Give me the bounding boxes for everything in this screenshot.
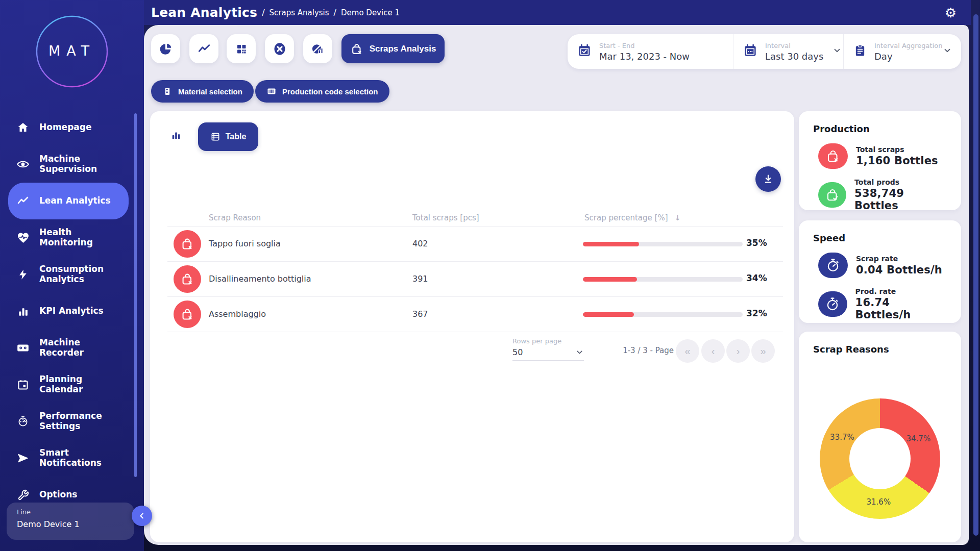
- scrap-rate-value: 0.04 Bottles/h: [856, 264, 942, 276]
- donut-slice-label: 34.7%: [906, 434, 931, 443]
- scraps-table-card: Table Scrap Reason Total scraps [pcs] Sc…: [150, 111, 794, 542]
- sidebar-item-lean-analytics[interactable]: Lean Analytics: [8, 183, 129, 219]
- trend-view-button[interactable]: [189, 34, 218, 63]
- sidebar-scrollbar-thumb[interactable]: [134, 113, 137, 477]
- previous-page-button[interactable]: ‹: [701, 339, 725, 363]
- start-end-value: Mar 13, 2023 - Now: [599, 51, 690, 62]
- bag-x-icon: [174, 265, 201, 293]
- bar-chart-icon: [15, 306, 31, 317]
- total-scraps-stat: Total scraps 1,160 Bottles: [818, 143, 947, 169]
- interval-aggregation-label: Interval Aggregation: [874, 42, 943, 49]
- total-scraps-cell: 402: [412, 239, 428, 248]
- scrap-reasons-card: Scrap Reasons 34.7% 31.6% 33.7%: [799, 332, 961, 542]
- sidebar-item-smart-notifications[interactable]: Smart Notifications: [8, 440, 129, 477]
- column-header-total-scraps[interactable]: Total scraps [pcs]: [412, 213, 479, 222]
- download-button[interactable]: [755, 166, 781, 192]
- scrap-percentage-bar: [583, 312, 743, 317]
- wrench-icon: [15, 489, 31, 501]
- settings-gear-icon[interactable]: ⚙: [945, 6, 957, 19]
- sort-descending-icon: ↓: [674, 213, 681, 222]
- heart-pulse-icon: [15, 232, 31, 244]
- table-view-toggle[interactable]: Table: [198, 122, 258, 151]
- sidebar-item-homepage[interactable]: Homepage: [8, 109, 129, 146]
- sidebar-item-health-monitoring[interactable]: Health Monitoring: [8, 219, 129, 256]
- gauge-slash-view-button[interactable]: [303, 34, 332, 63]
- bag-x-icon: [174, 230, 201, 258]
- scrap-percentage-cell: 35%: [746, 238, 777, 248]
- first-page-icon: «: [684, 345, 690, 357]
- interval-value: Last 30 days: [765, 51, 823, 62]
- scrap-reason-cell: Disallineamento bottiglia: [209, 274, 311, 284]
- total-scraps-value: 1,160 Bottles: [856, 155, 938, 167]
- column-header-scrap-percentage[interactable]: Scrap percentage [%] ↓: [584, 213, 681, 222]
- page-scrollbar-thumb[interactable]: [973, 14, 978, 536]
- sidebar-nav: Homepage Machine Supervision Lean Analyt…: [0, 109, 144, 513]
- breadcrumb-separator: /: [334, 8, 336, 17]
- table-row[interactable]: Tappo fuori soglia 402 35%: [150, 227, 794, 261]
- line-device-selector[interactable]: Line Demo Device 1: [7, 503, 134, 540]
- rows-per-page-select[interactable]: Rows per page 50: [512, 336, 584, 361]
- sidebar-item-kpi-analytics[interactable]: KPI Analytics: [8, 293, 129, 330]
- x-circle-icon: [273, 42, 287, 56]
- x-circle-view-button[interactable]: [265, 34, 294, 63]
- calendar-check-icon: [577, 43, 592, 60]
- sidebar-item-machine-supervision[interactable]: Machine Supervision: [8, 146, 129, 183]
- sidebar-item-consumption-analytics[interactable]: Consumption Analytics: [8, 256, 129, 293]
- scraps-analysis-tab-label: Scraps Analysis: [370, 44, 436, 54]
- sidebar-item-planning-calendar[interactable]: Planning Calendar: [8, 366, 129, 403]
- table-row[interactable]: Assemblaggio 367 32%: [150, 297, 794, 332]
- breadcrumb-demo-device[interactable]: Demo Device 1: [341, 8, 400, 17]
- logo: MAT: [0, 0, 144, 89]
- scrap-rate-stat: Scrap rate 0.04 Bottles/h: [818, 253, 947, 278]
- total-scraps-cell: 391: [412, 274, 428, 284]
- total-scraps-label: Total scraps: [856, 145, 938, 154]
- donut-hole: [849, 428, 911, 489]
- scrap-reasons-title: Scrap Reasons: [813, 344, 947, 355]
- top-bar: Lean Analytics / Scraps Analysis / Demo …: [0, 0, 971, 25]
- interval-aggregation-filter[interactable]: Interval Aggregation Day: [843, 34, 961, 69]
- stopwatch-icon: [818, 253, 848, 278]
- barcode-icon: [266, 86, 277, 96]
- speed-card: Speed Scrap rate 0.04 Bottles/h Prod. ra…: [799, 220, 961, 323]
- sidebar-collapse-button[interactable]: [132, 506, 152, 526]
- prod-rate-stat: Prod. rate 16.74 Bottles/h: [818, 287, 947, 321]
- speed-card-title: Speed: [813, 233, 947, 243]
- sidebar-item-machine-recorder[interactable]: Machine Recorder: [8, 330, 129, 366]
- scrap-percentage-bar: [583, 277, 743, 282]
- page-scrollbar[interactable]: [971, 0, 980, 551]
- scrap-reasons-donut-chart[interactable]: 34.7% 31.6% 33.7%: [820, 398, 940, 519]
- material-selection-label: Material selection: [178, 87, 242, 96]
- trend-line-icon: [198, 42, 211, 56]
- start-end-filter[interactable]: Start - End Mar 13, 2023 - Now: [568, 34, 733, 69]
- page-title: Lean Analytics: [151, 5, 257, 20]
- interval-filter[interactable]: Interval Last 30 days: [733, 34, 843, 69]
- bag-x-icon: [818, 143, 848, 169]
- qr-grid-view-button[interactable]: [227, 34, 256, 63]
- mat-logo-circle: MAT: [35, 14, 109, 89]
- total-prods-label: Total prods: [854, 178, 947, 186]
- column-header-scrap-reason[interactable]: Scrap Reason: [209, 213, 261, 222]
- production-code-selection-button[interactable]: Production code selection: [255, 80, 389, 103]
- sidebar-item-performance-settings[interactable]: Performance Settings: [8, 403, 129, 440]
- first-page-button[interactable]: «: [676, 339, 699, 363]
- date-filter-card: Start - End Mar 13, 2023 - Now Interval …: [568, 34, 961, 69]
- material-selection-button[interactable]: Material selection: [151, 80, 254, 103]
- next-page-button[interactable]: ›: [726, 339, 750, 363]
- breadcrumb-scraps-analysis[interactable]: Scraps Analysis: [270, 8, 329, 17]
- pie-chart-view-button[interactable]: [151, 34, 180, 63]
- chevron-down-icon: [832, 46, 842, 57]
- table-row[interactable]: Disallineamento bottiglia 391 34%: [150, 262, 794, 296]
- total-scraps-cell: 367: [412, 309, 428, 319]
- line-label: Line: [17, 508, 124, 516]
- last-page-button[interactable]: »: [751, 339, 775, 363]
- bag-check-icon: [818, 182, 846, 208]
- calendar-icon: [15, 379, 31, 391]
- total-prods-stat: Total prods 538,749 Bottles: [818, 178, 947, 212]
- content-area: Scraps Analysis Start - End Mar 13, 2023…: [144, 25, 969, 545]
- prod-rate-value: 16.74 Bottles/h: [855, 296, 947, 321]
- chart-view-toggle[interactable]: [170, 130, 182, 142]
- table-view-label: Table: [226, 132, 247, 141]
- calendar-dots-icon: [743, 43, 758, 60]
- scraps-analysis-tab[interactable]: Scraps Analysis: [341, 34, 445, 63]
- scrap-reason-cell: Tappo fuori soglia: [209, 239, 281, 248]
